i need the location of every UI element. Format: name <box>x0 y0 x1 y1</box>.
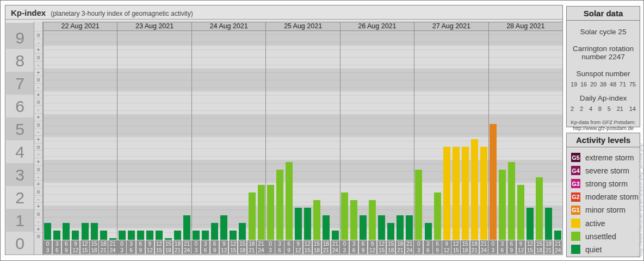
kp-bar <box>63 223 70 240</box>
y-subtick-minus: - <box>34 128 42 135</box>
day-header: 25 Aug 2021 <box>265 22 340 31</box>
y-subtick-o: o <box>34 53 42 61</box>
g4-level-swatch: G4 <box>571 166 580 175</box>
kp-bar <box>434 192 441 240</box>
y-axis-label: 4 <box>6 144 34 161</box>
legend-label: unsettled <box>585 232 616 241</box>
y-axis-label: 2 <box>6 189 34 207</box>
time-slot-label: 03 <box>489 240 497 254</box>
y-axis-label: 9 <box>6 29 34 47</box>
y-subtick-minus: - <box>34 173 42 181</box>
ap-index-value: 2 <box>571 105 574 112</box>
y-subtick-plus: + <box>34 135 42 143</box>
kp-bar <box>554 231 561 240</box>
time-slot-label: 1518 <box>387 240 395 254</box>
day-divider <box>191 22 192 254</box>
ap-index-value: 4 <box>589 105 592 112</box>
sunspot-value: 48 <box>610 81 616 88</box>
time-slot-label: 36 <box>127 240 135 254</box>
y-subtick-minus: - <box>34 150 42 158</box>
plot-subline <box>43 49 562 50</box>
sunspot-title: Sunspot number <box>567 70 640 78</box>
y-axis-label: 7 <box>6 75 34 92</box>
y-subtick-plus: + <box>34 225 42 233</box>
legend-row-moderate-storm: G2moderate storm <box>571 192 639 202</box>
kp-bar <box>499 170 506 240</box>
kp-bar <box>453 147 460 240</box>
time-slot-label: 1821 <box>544 240 553 254</box>
time-slot-label: 912 <box>71 240 79 254</box>
kp-bar <box>387 223 394 240</box>
plot-subline <box>43 80 562 80</box>
day-divider <box>117 22 117 254</box>
time-slot-label: 1215 <box>526 240 534 254</box>
kp-bar <box>480 147 487 240</box>
y-subtick-column: o-+o-+o-+o-+o-+o-+o-+o-+o-+o <box>34 22 43 254</box>
time-slot-label: 1215 <box>377 240 386 254</box>
y-subtick-plus: + <box>34 202 42 210</box>
plot-subline <box>43 72 562 73</box>
ap-index-value: 5 <box>608 105 611 112</box>
kp-bar <box>341 192 348 240</box>
kp-bar <box>313 200 320 240</box>
y-axis-label: 6 <box>6 98 34 115</box>
time-slot-label: 912 <box>294 240 302 254</box>
sunspot-values: 19162038487175 <box>567 81 640 88</box>
gfz-note-line2: http://www.gfz-potsdam.de <box>567 125 640 131</box>
y-subtick-plus: + <box>34 158 42 165</box>
time-slot-label: 912 <box>368 240 376 254</box>
y-subtick-o: o <box>34 31 42 39</box>
sunspot-value: 16 <box>580 81 587 88</box>
legend-row-severe-storm: G4severe storm <box>571 166 629 175</box>
day-divider <box>562 22 563 254</box>
time-slot-label: 03 <box>266 240 274 254</box>
legend-label: extreme storm <box>585 153 634 162</box>
time-slot-label: 03 <box>414 240 423 254</box>
solar-data-panel: Solar data Solar cycle 25 Carrington rot… <box>566 6 640 127</box>
time-slot-label: 69 <box>137 240 145 254</box>
time-slot-label: 1821 <box>396 240 404 254</box>
plot-subline <box>43 95 562 96</box>
kp-bar <box>323 215 330 240</box>
plot-subline <box>43 133 562 134</box>
time-slot-label: 1215 <box>155 240 163 254</box>
kp-bar <box>128 231 135 240</box>
y-axis-label: 5 <box>6 121 34 138</box>
time-slot-label: 69 <box>284 240 293 254</box>
legend-label: severe storm <box>585 166 629 175</box>
time-slot-label: 1215 <box>304 240 312 254</box>
kp-bar <box>276 170 283 240</box>
day-divider <box>43 22 44 254</box>
g5-level-swatch: G5 <box>571 153 580 162</box>
kp-bar <box>220 215 227 240</box>
time-slot-label: 2124 <box>331 240 339 254</box>
kp-bar <box>174 231 181 240</box>
legend-label: quiet <box>585 245 602 254</box>
activity-levels-panel: Activity levels G5extreme stormG4severe … <box>566 133 640 257</box>
day-divider <box>414 22 414 254</box>
legend-label: strong storm <box>585 179 628 188</box>
y-subtick-plus: + <box>34 46 42 53</box>
kp-bar <box>156 231 163 240</box>
y-subtick-minus: - <box>34 105 42 113</box>
time-slot-label: 1518 <box>238 240 246 254</box>
legend-row-extreme-storm: G5extreme storm <box>571 153 634 162</box>
kp-bar <box>304 208 311 240</box>
activity-levels-title: Activity levels <box>567 133 640 147</box>
time-slot-label: 2124 <box>480 240 488 254</box>
y-axis-label: 3 <box>6 166 34 184</box>
day-header: 24 Aug 2021 <box>191 22 266 31</box>
kp-bar <box>202 231 209 240</box>
kp-index-page: Kp-index (planetary 3-hourly index of ge… <box>0 0 644 261</box>
time-slot-label: 1821 <box>470 240 479 254</box>
time-slot-label: 2124 <box>405 240 413 254</box>
legend-row-minor-storm: G1minor storm <box>571 206 626 215</box>
y-subtick-plus: + <box>34 69 42 76</box>
level-swatch <box>571 232 580 241</box>
sunspot-value: 75 <box>629 81 636 88</box>
plot-band <box>43 31 562 46</box>
kp-bar <box>517 185 524 240</box>
time-slot-label: 1215 <box>229 240 237 254</box>
kp-bar <box>536 177 543 240</box>
kp-bar <box>415 170 422 240</box>
